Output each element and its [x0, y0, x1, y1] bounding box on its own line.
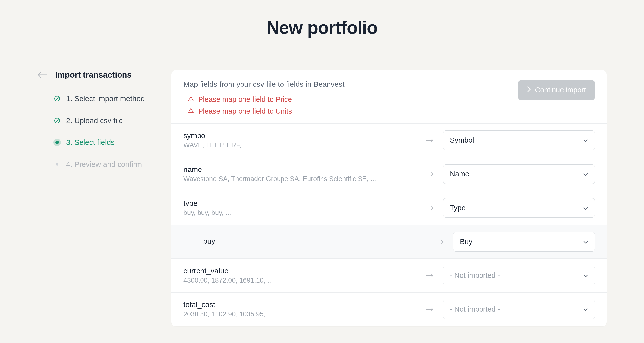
sidebar: Import transactions 1. Select import met… — [37, 70, 156, 326]
chevron-down-icon — [583, 238, 588, 246]
csv-field-name: buy — [203, 237, 426, 245]
arrow-right-icon — [422, 206, 437, 210]
csv-field-sample: 2038.80, 1102.90, 1035.95, ... — [183, 310, 416, 318]
error-message: Please map one field to Units — [183, 107, 344, 115]
step-upload-csv[interactable]: 2. Upload csv file — [54, 116, 156, 125]
mapping-card: Map fields from your csv file to fields … — [172, 70, 607, 326]
arrow-right-icon — [422, 172, 437, 176]
mapping-select-symbol[interactable]: Symbol — [443, 131, 595, 150]
csv-field-sample: 4300.00, 1872.00, 1691.10, ... — [183, 277, 416, 284]
mapping-select-name[interactable]: Name — [443, 164, 595, 184]
mapping-select-current-value[interactable]: - Not imported - — [443, 266, 595, 285]
sidebar-title: Import transactions — [55, 70, 132, 80]
step-label: 2. Upload csv file — [66, 116, 123, 125]
check-circle-icon — [54, 118, 60, 124]
select-value: Type — [450, 204, 466, 212]
back-arrow-icon[interactable] — [37, 71, 47, 79]
current-step-dot-icon — [54, 139, 60, 145]
arrow-right-icon — [422, 138, 437, 143]
csv-field-name: symbol — [183, 132, 416, 140]
svg-point-2 — [190, 100, 191, 100]
field-row-name: name Wavestone SA, Thermador Groupe SA, … — [172, 157, 607, 191]
select-value: - Not imported - — [450, 271, 500, 280]
warning-icon — [188, 107, 194, 115]
csv-field-name: name — [183, 165, 416, 174]
field-row-type: type buy, buy, buy, ... Type — [172, 191, 607, 225]
step-preview-confirm: 4. Preview and confirm — [54, 160, 156, 169]
step-select-import-method[interactable]: 1. Select import method — [54, 95, 156, 103]
select-value: - Not imported - — [450, 305, 500, 313]
step-label: 4. Preview and confirm — [66, 160, 142, 169]
continue-import-button[interactable]: Continue import — [518, 80, 595, 100]
page-title: New portfolio — [0, 0, 644, 38]
steps-list: 1. Select import method 2. Upload csv fi… — [37, 95, 156, 169]
mapping-select-type[interactable]: Type — [443, 198, 595, 218]
step-select-fields[interactable]: 3. Select fields — [54, 138, 156, 147]
arrow-right-icon — [422, 307, 437, 312]
field-row-total-cost: total_cost 2038.80, 1102.90, 1035.95, ..… — [172, 292, 607, 326]
select-value: Name — [450, 170, 469, 178]
csv-field-sample: buy, buy, buy, ... — [183, 209, 416, 217]
field-row-type-value-buy: buy Buy — [172, 225, 607, 259]
field-row-symbol: symbol WAVE, THEP, ERF, ... Symbol — [172, 124, 607, 157]
continue-label: Continue import — [535, 86, 586, 94]
error-text: Please map one field to Price — [198, 95, 292, 104]
check-circle-icon — [54, 96, 60, 102]
error-message: Please map one field to Price — [183, 95, 344, 104]
svg-point-4 — [190, 112, 191, 112]
csv-field-name: current_value — [183, 267, 416, 275]
csv-field-name: type — [183, 199, 416, 208]
field-row-current-value: current_value 4300.00, 1872.00, 1691.10,… — [172, 259, 607, 292]
instruction-text: Map fields from your csv file to fields … — [183, 80, 344, 89]
chevron-down-icon — [583, 305, 588, 313]
warning-icon — [188, 95, 194, 104]
select-value: Buy — [460, 238, 472, 246]
csv-field-name: total_cost — [183, 300, 416, 309]
error-text: Please map one field to Units — [198, 107, 292, 115]
arrow-right-icon — [432, 240, 447, 244]
step-label: 3. Select fields — [66, 138, 114, 147]
chevron-down-icon — [583, 136, 588, 144]
csv-field-sample: Wavestone SA, Thermador Groupe SA, Eurof… — [183, 175, 416, 183]
csv-field-sample: WAVE, THEP, ERF, ... — [183, 141, 416, 149]
chevron-down-icon — [583, 170, 588, 178]
upcoming-step-dot-icon — [54, 161, 60, 167]
mapping-select-total-cost[interactable]: - Not imported - — [443, 299, 595, 319]
chevron-down-icon — [583, 271, 588, 280]
select-value: Symbol — [450, 136, 474, 144]
step-label: 1. Select import method — [66, 95, 145, 103]
errors-list: Please map one field to Price Please map… — [183, 95, 344, 115]
chevron-down-icon — [583, 204, 588, 212]
mapping-select-type-value-buy[interactable]: Buy — [453, 232, 595, 251]
chevron-right-icon — [527, 86, 532, 94]
arrow-right-icon — [422, 273, 437, 278]
